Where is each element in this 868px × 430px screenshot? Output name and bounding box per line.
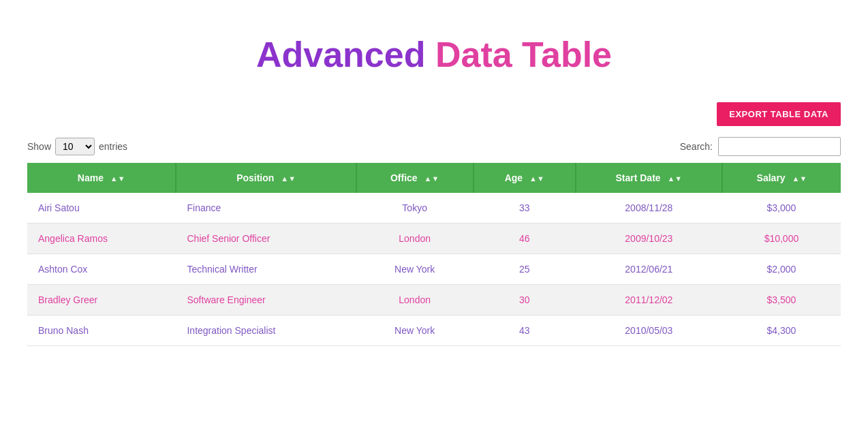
entries-select[interactable]: 10 25 50 100 — [55, 138, 95, 155]
cell-age: 46 — [474, 224, 576, 254]
export-button[interactable]: EXPORT TABLE DATA — [717, 102, 841, 126]
col-age-label: Age — [505, 172, 523, 183]
cell-position: Integration Specialist — [176, 316, 356, 346]
col-salary-label: Salary — [757, 172, 786, 183]
cell-salary: $3,000 — [722, 193, 841, 224]
show-entries-control: Show 10 25 50 100 entries — [27, 138, 127, 155]
cell-name: Angelica Ramos — [27, 224, 176, 254]
sort-arrows-position: ▲▼ — [281, 174, 296, 183]
col-name[interactable]: Name ▲▼ — [27, 163, 176, 193]
search-input[interactable] — [718, 137, 841, 156]
table-row: Angelica RamosChief Senior OfficerLondon… — [27, 224, 841, 254]
sort-arrows-age: ▲▼ — [529, 174, 544, 183]
cell-office: London — [356, 285, 474, 316]
data-table: Name ▲▼ Position ▲▼ Office ▲▼ Age ▲▼ Sta… — [27, 163, 841, 346]
col-start-date-label: Start Date — [615, 172, 660, 183]
title-advanced: Advanced — [256, 35, 426, 74]
col-start-date[interactable]: Start Date ▲▼ — [576, 163, 722, 193]
cell-position: Finance — [176, 193, 356, 224]
col-position[interactable]: Position ▲▼ — [176, 163, 356, 193]
cell-age: 30 — [474, 285, 576, 316]
col-age[interactable]: Age ▲▼ — [474, 163, 576, 193]
cell-start_date: 2009/10/23 — [576, 224, 722, 254]
entries-label: entries — [99, 141, 127, 152]
cell-salary: $4,300 — [722, 316, 841, 346]
cell-name: Bradley Greer — [27, 285, 176, 316]
cell-office: Tokyo — [356, 193, 474, 224]
cell-salary: $10,000 — [722, 224, 841, 254]
search-label: Search: — [680, 141, 713, 152]
col-position-label: Position — [236, 172, 274, 183]
cell-start_date: 2008/11/28 — [576, 193, 722, 224]
header-row: Name ▲▼ Position ▲▼ Office ▲▼ Age ▲▼ Sta… — [27, 163, 841, 193]
cell-position: Technical Writter — [176, 254, 356, 285]
title-data-table: Data Table — [435, 35, 612, 74]
cell-office: London — [356, 224, 474, 254]
cell-office: New York — [356, 254, 474, 285]
cell-start_date: 2010/05/03 — [576, 316, 722, 346]
cell-age: 25 — [474, 254, 576, 285]
col-salary[interactable]: Salary ▲▼ — [722, 163, 841, 193]
cell-office: New York — [356, 316, 474, 346]
show-label: Show — [27, 141, 51, 152]
table-body: Airi SatouFinanceTokyo332008/11/28$3,000… — [27, 193, 841, 346]
cell-age: 33 — [474, 193, 576, 224]
col-office-label: Office — [390, 172, 418, 183]
cell-name: Bruno Nash — [27, 316, 176, 346]
cell-salary: $3,500 — [722, 285, 841, 316]
table-row: Bradley GreerSoftware EngineerLondon3020… — [27, 285, 841, 316]
table-controls: Show 10 25 50 100 entries Search: — [27, 137, 841, 156]
sort-arrows-office: ▲▼ — [424, 174, 439, 183]
cell-start_date: 2011/12/02 — [576, 285, 722, 316]
cell-name: Airi Satou — [27, 193, 176, 224]
sort-arrows-start-date: ▲▼ — [667, 174, 682, 183]
cell-position: Software Engineer — [176, 285, 356, 316]
search-box: Search: — [680, 137, 841, 156]
page-title: Advanced Data Table — [27, 14, 841, 102]
sort-arrows-name: ▲▼ — [110, 174, 125, 183]
col-office[interactable]: Office ▲▼ — [356, 163, 474, 193]
col-name-label: Name — [78, 172, 104, 183]
toolbar: EXPORT TABLE DATA — [27, 102, 841, 126]
table-row: Ashton CoxTechnical WritterNew York25201… — [27, 254, 841, 285]
table-row: Airi SatouFinanceTokyo332008/11/28$3,000 — [27, 193, 841, 224]
cell-salary: $2,000 — [722, 254, 841, 285]
sort-arrows-salary: ▲▼ — [792, 174, 807, 183]
table-row: Bruno NashIntegration SpecialistNew York… — [27, 316, 841, 346]
cell-position: Chief Senior Officer — [176, 224, 356, 254]
cell-start_date: 2012/06/21 — [576, 254, 722, 285]
cell-name: Ashton Cox — [27, 254, 176, 285]
cell-age: 43 — [474, 316, 576, 346]
table-header: Name ▲▼ Position ▲▼ Office ▲▼ Age ▲▼ Sta… — [27, 163, 841, 193]
